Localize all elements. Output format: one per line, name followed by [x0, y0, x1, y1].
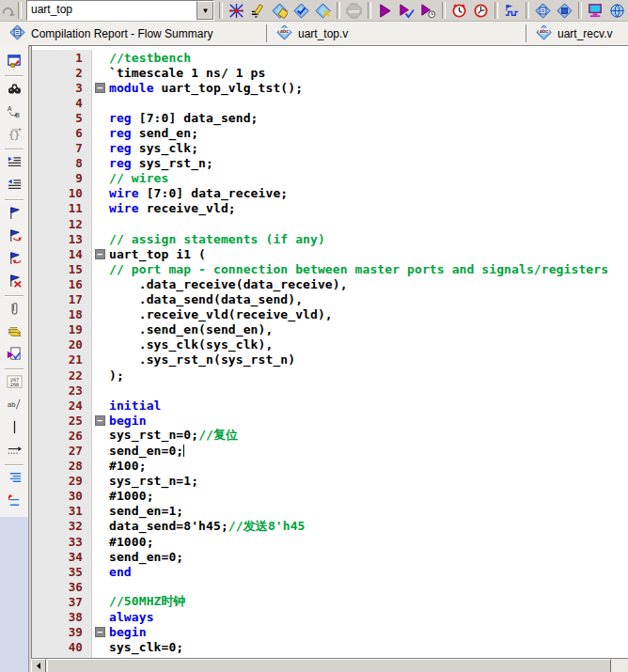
line-number: 24 — [32, 398, 92, 413]
fold-margin — [92, 261, 107, 276]
fold-margin — [92, 474, 107, 489]
fold-margin — [92, 216, 107, 231]
redo-button[interactable] — [0, 1, 15, 20]
fold-collapse-button[interactable]: − — [95, 83, 105, 93]
stop-processing-button[interactable]: STOP — [343, 1, 365, 20]
next-bookmark-icon — [7, 227, 23, 247]
code-text: reg sys_rst_n; — [107, 156, 213, 170]
line-number: 7 — [32, 141, 92, 156]
line-numbers-button[interactable]: 267268 — [3, 372, 25, 395]
line-number: 23 — [32, 383, 92, 398]
svg-text:A: A — [7, 104, 11, 111]
decrease-indent-button[interactable] — [3, 175, 25, 197]
report-gem-icon — [9, 24, 25, 43]
tab-compilation-report-flow-summary[interactable]: Compilation Report - Flow Summary — [0, 22, 266, 45]
fold-margin — [92, 171, 107, 186]
tab-uart-top-v[interactable]: abcuart_top.v — [267, 22, 526, 45]
code-line: 22); — [32, 367, 628, 383]
help-button[interactable] — [606, 1, 628, 20]
code-text: .sys_rst_n(sys_rst_n) — [107, 352, 295, 367]
tab-uart-recv-v[interactable]: abcuart_recv.v — [526, 22, 628, 45]
main-toolbar: uart_top▼ STOP — [0, 0, 628, 22]
goto-line-button[interactable] — [3, 440, 25, 462]
code-line: 18 .receive_vld(receive_vld), — [32, 307, 628, 322]
classic-timing-analyzer-button[interactable] — [470, 1, 492, 20]
word-wrap-button[interactable] — [3, 491, 25, 513]
fold-collapse-button[interactable]: − — [95, 627, 105, 637]
line-number: 2 — [32, 65, 92, 80]
code-line: 1//testbench — [32, 50, 628, 65]
settings-button[interactable] — [226, 1, 247, 20]
code-editor[interactable]: 1//testbench2`timescale 1 ns/ 1 ps3−modu… — [31, 45, 628, 659]
match-brace-button[interactable]: {} — [3, 124, 25, 147]
simulator-waveform-icon — [504, 3, 520, 19]
line-number: 22 — [32, 367, 92, 383]
previous-bookmark-icon — [7, 250, 23, 270]
code-text: data_send=8'h45;//发送8'h45 — [107, 518, 306, 535]
assignment-editor-button[interactable] — [247, 1, 269, 20]
line-number: 16 — [32, 276, 92, 291]
clear-bookmarks-button[interactable] — [3, 271, 25, 293]
code-line: 36 — [32, 579, 628, 594]
fold-collapse-button[interactable]: − — [95, 249, 105, 259]
module-combobox[interactable]: uart_top▼ — [26, 0, 214, 21]
analyze-current-file-button[interactable] — [3, 344, 25, 367]
code-text: `timescale 1 ns/ 1 ps — [107, 66, 265, 80]
next-bookmark-button[interactable] — [3, 226, 25, 248]
remove-assignments-button[interactable] — [312, 1, 334, 20]
replace-button[interactable]: AB — [3, 102, 25, 124]
code-line: 24initial — [32, 398, 628, 413]
code-text: reg send_en; — [107, 126, 198, 140]
syntax-coloring-button[interactable]: ab — [3, 395, 25, 417]
align-text-button[interactable] — [3, 468, 25, 491]
horizontal-scrollbar[interactable] — [31, 658, 628, 672]
compilation-report-button[interactable] — [532, 1, 554, 20]
document-tabbar: Compilation Report - Flow Summary abcuar… — [0, 22, 628, 46]
programmer-button[interactable] — [585, 1, 606, 20]
code-line: 38always — [32, 609, 628, 624]
line-number: 3 — [32, 80, 92, 95]
code-text: // port map - connection between master … — [107, 262, 608, 276]
simulator-waveform-button[interactable] — [501, 1, 523, 20]
insert-bookmark-button[interactable] — [3, 203, 25, 226]
attach-file-button[interactable] — [3, 299, 25, 321]
increase-indent-button[interactable] — [3, 152, 25, 175]
line-number: 35 — [32, 564, 92, 579]
code-line: 2`timescale 1 ns/ 1 ps — [32, 65, 628, 80]
pin-planner-button[interactable] — [269, 1, 290, 20]
fold-margin — [92, 549, 107, 564]
code-line: 34send_en=0; — [32, 549, 628, 564]
previous-bookmark-button[interactable] — [3, 248, 25, 271]
line-number: 26 — [32, 428, 92, 443]
find-button[interactable] — [3, 79, 25, 102]
fold-margin — [92, 609, 107, 624]
side-toolbar-separator — [5, 368, 24, 370]
code-text: send_en=1; — [107, 504, 183, 518]
replace-icon: AB — [7, 103, 23, 123]
scrollbar-thumb[interactable] — [47, 659, 611, 672]
scroll-left-button[interactable] — [31, 659, 46, 672]
code-line: 33#1000; — [32, 534, 628, 549]
line-numbers-icon: 267268 — [7, 374, 23, 394]
start-analysis-synthesis-button[interactable] — [396, 1, 417, 20]
insert-bookmark-icon — [7, 205, 23, 225]
cursor-bar-button[interactable] — [3, 417, 25, 440]
design-partitions-button[interactable] — [290, 1, 312, 20]
code-text: //testbench — [107, 51, 191, 65]
line-number: 1 — [32, 50, 92, 65]
chip-planner-button[interactable] — [554, 1, 575, 20]
editor-window-button[interactable] — [3, 51, 25, 73]
chevron-down-icon[interactable]: ▼ — [196, 1, 213, 20]
fold-collapse-button[interactable]: − — [95, 415, 105, 426]
code-text: .receive_vld(receive_vld), — [107, 307, 333, 321]
start-compilation-icon — [377, 3, 393, 19]
start-compilation-button[interactable] — [374, 1, 396, 20]
timequest-analyzer-button[interactable] — [448, 1, 470, 20]
fold-margin — [92, 352, 107, 367]
start-timing-analysis-button[interactable] — [417, 1, 439, 20]
code-text: always — [107, 610, 154, 624]
settings-icon — [228, 3, 244, 19]
insert-template-button[interactable] — [3, 321, 25, 344]
code-text: end — [107, 565, 132, 579]
tab-label: uart_recv.v — [557, 27, 612, 40]
